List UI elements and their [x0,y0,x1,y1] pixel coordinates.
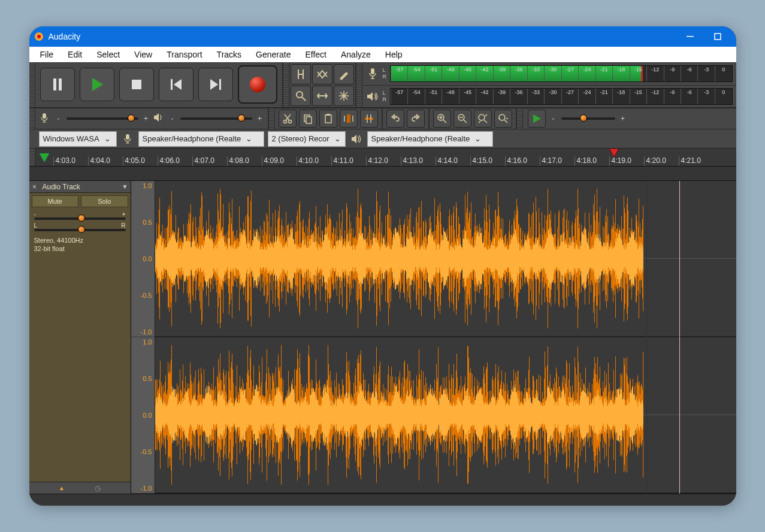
speaker-icon [154,113,165,124]
svg-marker-32 [352,135,356,143]
waveform-left-channel[interactable] [155,181,736,336]
timeline-tick: 4:10.0 [297,156,331,166]
track-close-button[interactable]: × [29,183,40,191]
menu-tracks[interactable]: Tracks [210,48,249,61]
playback-meter[interactable]: LR -57-54-51-48-45-42-39-36-33-30-27-24-… [362,86,736,108]
minimize-button[interactable] [676,26,704,47]
skip-start-button[interactable] [159,68,193,101]
menu-help[interactable]: Help [378,48,410,61]
timeline-tick: 4:16.0 [505,156,540,166]
titlebar[interactable]: Audacity [29,26,736,47]
trim-button[interactable] [340,110,358,128]
toolbar-grip[interactable] [269,108,275,129]
track-gain-slider[interactable] [34,217,126,220]
svg-marker-34 [609,149,619,157]
play-at-speed-button[interactable] [528,110,546,128]
recording-meter[interactable]: LR -57-54-51-48-45-42-39-36-33-30-27-24-… [362,63,736,86]
record-button[interactable] [238,65,277,104]
audacity-window: Audacity File Edit Select View Transport… [29,26,736,506]
waveform-right-channel[interactable] [155,337,736,492]
svg-rect-14 [371,68,374,74]
toolbar-grip[interactable] [283,63,289,107]
fit-selection-button[interactable] [474,110,492,128]
redo-button[interactable] [407,110,425,128]
timeline-tick: 4:08.0 [227,156,262,166]
skip-end-button[interactable] [198,68,233,101]
track-collapse-button[interactable]: ▲ [59,485,65,491]
playback-volume-slider[interactable] [180,117,252,120]
meters: LR -57-54-51-48-45-42-39-36-33-30-27-24-… [362,63,736,107]
recording-channels-combo[interactable]: 2 (Stereo) Recor⌄ [268,131,346,147]
microphone-icon [120,134,135,144]
menu-effect[interactable]: Effect [298,48,334,61]
toolbar-grip[interactable] [29,63,35,107]
audio-host-combo[interactable]: Windows WASA⌄ [39,131,117,147]
menu-select[interactable]: Select [89,48,127,61]
quick-play-region[interactable] [35,149,53,166]
timeline-tick: 4:06.0 [158,156,192,166]
stop-button[interactable] [119,68,154,101]
svg-marker-9 [174,79,182,90]
spacer [29,167,736,181]
edit-cursor [679,181,680,494]
toolbar-grip[interactable] [356,63,362,107]
menu-analyze[interactable]: Analyze [334,48,378,61]
toolbar-grip[interactable] [29,149,35,166]
silence-button[interactable] [360,110,378,128]
amplitude-ruler[interactable]: 1.00.50.0-0.5-1.0 1.00.50.0-0.5-1.0 [131,181,155,494]
playhead-marker[interactable] [609,149,619,157]
selection-tool[interactable] [291,64,311,84]
svg-line-13 [302,97,306,101]
pan-slider-area: LR [29,221,131,232]
playback-device-combo[interactable]: Speaker/Headphone (Realte⌄ [367,131,493,147]
play-button[interactable] [80,68,114,101]
playback-speed-slider[interactable] [561,117,615,120]
svg-rect-4 [53,78,56,90]
svg-marker-17 [154,113,159,122]
track-panel-footer: ▲ ◷ [29,482,131,494]
draw-tool[interactable] [334,64,354,84]
paste-button[interactable] [319,110,337,128]
solo-button[interactable]: Solo [81,195,128,207]
plus-label: + [143,114,149,123]
timeline-tick: 4:18.0 [574,156,609,166]
svg-rect-21 [306,117,312,123]
track-pan-slider[interactable] [34,229,126,231]
timeshift-tool[interactable] [312,86,332,106]
track-sync-lock-icon[interactable]: ◷ [95,484,101,492]
toolbar-grip[interactable] [29,108,35,129]
zoom-tool[interactable] [291,86,311,106]
envelope-tool[interactable] [312,64,332,84]
chevron-down-icon: ⌄ [104,134,111,143]
menu-generate[interactable]: Generate [249,48,298,61]
secondary-toolbar-row: - + - + [29,108,736,129]
timeline-tick: 4:12.0 [366,156,401,166]
app-icon [34,32,44,41]
pause-button[interactable] [40,68,75,101]
waveform-display[interactable] [155,181,736,494]
time-ruler[interactable]: 4:03.04:04.04:05.04:06.04:07.04:08.04:09… [53,149,736,166]
recording-device-combo[interactable]: Speaker/Headphone (Realte⌄ [138,131,264,147]
speaker-icon [349,135,364,143]
multi-tool[interactable] [334,86,354,106]
zoom-out-button[interactable] [453,110,471,128]
undo-button[interactable] [386,110,404,128]
fit-project-button[interactable] [494,110,512,128]
copy-button[interactable] [299,110,317,128]
cut-button[interactable] [279,110,297,128]
menu-transport[interactable]: Transport [159,48,209,61]
track-name[interactable]: Audio Track [40,183,122,191]
menu-file[interactable]: File [33,48,61,61]
timeline-ruler[interactable]: 4:03.04:04.04:05.04:06.04:07.04:08.04:09… [29,149,736,167]
recording-volume-slider[interactable] [66,117,138,120]
waveform-column: 1.00.50.0-0.5-1.0 1.00.50.0-0.5-1.0 [131,181,736,494]
minus-label: - [551,114,557,123]
zoom-in-button[interactable] [433,110,451,128]
track-menu-button[interactable]: ▼ [122,183,131,190]
svg-rect-5 [59,78,62,90]
maximize-button[interactable] [704,26,731,47]
toolbar-grip[interactable] [517,108,523,129]
menu-edit[interactable]: Edit [61,48,89,61]
mute-button[interactable]: Mute [32,195,79,207]
menu-view[interactable]: View [127,48,159,61]
